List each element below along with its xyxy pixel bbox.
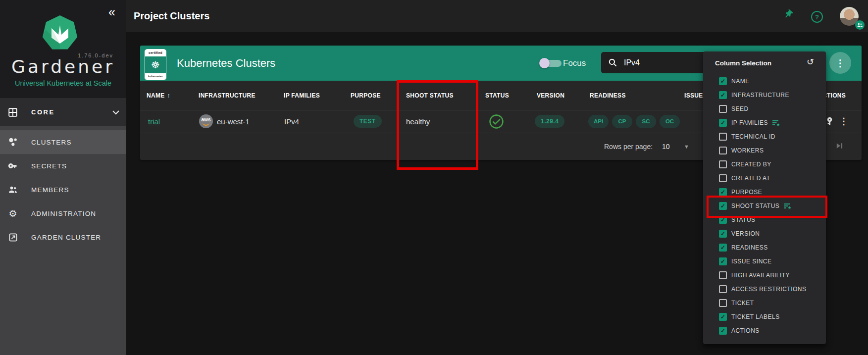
column-option-infrastructure[interactable]: ✓INFRASTRUCTURE [703,88,826,102]
readiness-pill-api[interactable]: API [588,115,609,128]
help-icon[interactable]: ? [811,11,823,23]
purpose-chip: TEST [354,115,382,128]
region-label: eu-west-1 [217,117,250,126]
sidebar-item-members[interactable]: MEMBERS [0,178,126,202]
column-option-ticket[interactable]: TICKET [703,296,826,310]
table-options-kebab-button[interactable]: ⋮ [829,52,851,74]
column-option-purpose[interactable]: ✓PURPOSE [703,185,826,199]
sidebar-item-label: ADMINISTRATION [31,210,96,217]
column-header-purpose[interactable]: PURPOSE [351,81,381,110]
readiness-pill-cp[interactable]: CP [612,115,632,128]
sidebar-item-administration[interactable]: ⚙ADMINISTRATION [0,202,126,225]
column-option-ip-families[interactable]: ✓IP FAMILIES [703,116,826,130]
checkbox-unchecked-icon[interactable] [719,271,727,279]
column-header-infrastructure[interactable]: INFRASTRUCTURE [199,81,255,110]
column-option-label: READINESS [731,244,768,251]
sidebar-item-secrets[interactable]: SECRETS [0,154,126,178]
column-option-label: ACCESS RESTRICTIONS [731,286,807,293]
sidebar-section-core[interactable]: CORE [0,98,126,126]
checkbox-unchecked-icon[interactable] [719,147,727,154]
column-option-label: HIGH AVAILABILITY [731,272,790,279]
sidebar-collapse-button[interactable]: « [108,6,115,18]
cell-readiness: APICPSCOC [588,110,680,133]
column-header-label: SHOOT STATUS [406,92,454,99]
column-option-seed[interactable]: SEED [703,102,826,116]
column-option-high-availability[interactable]: HIGH AVAILABILITY [703,268,826,282]
garden-cluster-icon [7,233,18,242]
cell-status [489,110,504,133]
gardener-logo [42,15,78,52]
focus-label: Focus [563,46,586,81]
sidebar-menu: CLUSTERSSECRETSMEMBERS⚙ADMINISTRATIONGAR… [0,130,126,249]
sidebar-item-label: MEMBERS [31,186,69,194]
column-selection-panel: Column Selection ↺ ✓NAME✓INFRASTRUCTURES… [703,51,826,344]
column-header-label: INFRASTRUCTURE [199,92,255,99]
column-option-label: TECHNICAL ID [731,133,775,140]
column-filter-icon [772,119,780,127]
question-mark-glyph: ? [815,13,819,21]
certified-kubernetes-badge: certified ☸ kubernetes [145,49,166,80]
checkbox-checked-icon[interactable]: ✓ [719,244,727,252]
avatar-members-badge-icon [855,20,865,30]
focus-toggle[interactable] [539,56,565,69]
pin-icon[interactable] [782,9,794,22]
status-ok-icon[interactable] [489,114,504,129]
rows-per-page-caret-icon[interactable]: ▼ [684,133,689,160]
version-chip[interactable]: 1.29.4 [535,115,564,128]
column-selection-header: Column Selection ↺ [703,51,826,74]
kubeconfig-key-icon[interactable] [825,117,834,126]
column-option-technical-id[interactable]: TECHNICAL ID [703,130,826,144]
last-page-button[interactable] [834,141,845,153]
column-header-label: NAME [147,92,165,99]
reset-columns-icon[interactable]: ↺ [807,57,814,66]
readiness-pill-sc[interactable]: SC [636,115,656,128]
sidebar-item-garden-cluster[interactable]: GARDEN CLUSTER [0,225,126,249]
checkbox-checked-icon[interactable]: ✓ [719,313,727,321]
checkbox-unchecked-icon[interactable] [719,299,727,307]
readiness-pill-oc[interactable]: OC [660,115,680,128]
column-option-shoot-status[interactable]: ✓SHOOT STATUS [703,199,826,213]
column-header-status[interactable]: STATUS [485,81,509,110]
checkbox-unchecked-icon[interactable] [719,285,727,293]
column-header-ip-families[interactable]: IP FAMILIES [284,81,320,110]
column-option-name[interactable]: ✓NAME [703,74,826,88]
column-option-version[interactable]: ✓VERSION [703,227,826,241]
checkbox-unchecked-icon[interactable] [719,105,727,113]
column-option-ticket-labels[interactable]: ✓TICKET LABELS [703,310,826,324]
checkbox-checked-icon[interactable]: ✓ [719,91,727,99]
page-title: Project Clusters [134,0,209,32]
column-option-actions[interactable]: ✓ACTIONS [703,324,826,338]
column-option-access-restrictions[interactable]: ACCESS RESTRICTIONS [703,282,826,296]
column-option-label: SHOOT STATUS [731,203,779,209]
checkbox-checked-icon[interactable]: ✓ [719,230,727,238]
sidebar-item-clusters[interactable]: CLUSTERS [0,130,126,154]
checkbox-checked-icon[interactable]: ✓ [719,119,727,127]
sidebar-item-label: CLUSTERS [31,139,72,146]
cluster-name-link[interactable]: trial [148,117,160,126]
chevron-down-icon [112,108,119,117]
checkbox-checked-icon[interactable]: ✓ [719,188,727,196]
badge-kubernetes-label: kubernetes [145,73,166,80]
column-option-label: PURPOSE [731,189,762,196]
checkbox-checked-icon[interactable]: ✓ [719,77,727,85]
checkbox-checked-icon[interactable]: ✓ [719,202,727,210]
column-option-created-by[interactable]: CREATED BY [703,157,826,171]
row-kebab-button[interactable]: ⋮ [839,116,848,127]
checkbox-checked-icon[interactable]: ✓ [719,327,727,335]
checkbox-checked-icon[interactable]: ✓ [719,257,727,265]
checkbox-unchecked-icon[interactable] [719,160,727,168]
column-option-readiness[interactable]: ✓READINESS [703,241,826,254]
checkbox-checked-icon[interactable]: ✓ [719,216,727,224]
column-header-readiness[interactable]: READINESS [590,81,626,110]
rows-per-page-select[interactable]: 10 [662,133,670,160]
column-header-version[interactable]: VERSION [537,81,564,110]
column-option-issue-since[interactable]: ✓ISSUE SINCE [703,254,826,268]
column-header-shoot-status[interactable]: SHOOT STATUS [406,81,454,110]
checkbox-unchecked-icon[interactable] [719,174,727,182]
cell-infrastructure: awseu-west-1 [199,110,250,133]
column-option-status[interactable]: ✓STATUS [703,213,826,227]
column-option-created-at[interactable]: CREATED AT [703,171,826,185]
column-header-name[interactable]: NAME↑ [147,81,170,110]
column-option-workers[interactable]: WORKERS [703,144,826,157]
checkbox-unchecked-icon[interactable] [719,133,727,141]
